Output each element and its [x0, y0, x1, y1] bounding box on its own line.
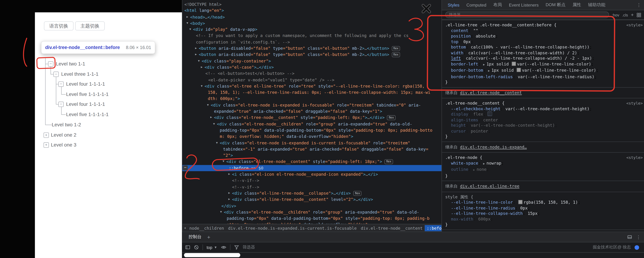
dom-tree-node[interactable]: ▼<div class="el-tree-node__content" styl… — [182, 159, 442, 165]
expand-triangle-icon[interactable]: ▶ — [483, 162, 485, 165]
expand-arrow-icon[interactable]: ▼ — [189, 26, 191, 33]
css-declaration[interactable]: --el-line-tree-collapse-width: 15px; — [445, 211, 641, 216]
expand-triangle-icon[interactable]: ▶ — [483, 63, 485, 66]
tab-dom-[interactable]: DOM 断点 — [546, 2, 566, 8]
console-input[interactable] — [184, 253, 240, 257]
dom-tree-node[interactable]: ▶<div class="el-case">…</div> — [182, 64, 442, 71]
css-declaration[interactable]: outline: ▶none; — [445, 167, 641, 173]
css-declaration[interactable]: left: calc(var(--el-line-tree-collapse-w… — [445, 56, 641, 61]
flex-badge[interactable]: flex — [387, 115, 396, 120]
dom-tree-node[interactable]: ▶<button aria-disabled="false" type="but… — [182, 52, 442, 58]
tab--[interactable]: 布局 — [493, 2, 502, 8]
dom-tree-node[interactable]: ▶<div class="el-line-tree-node__collapse… — [182, 190, 442, 196]
eye-icon[interactable] — [221, 245, 226, 250]
dom-tree-node[interactable]: <html lang="en"> — [182, 8, 442, 14]
css-declaration[interactable]: display: flex; — [445, 111, 641, 117]
expand-arrow-icon[interactable]: ▼ — [213, 121, 215, 127]
dom-tree-node[interactable]: <!-- If you want to apply a custom names… — [182, 33, 442, 39]
new-style-rule-button[interactable]: + — [631, 12, 634, 18]
dom-tree-node[interactable]: ▶<i class="el-icon el-tree-node__expand-… — [182, 171, 442, 178]
dom-tree-node[interactable]: ⋯::before == $0 — [182, 165, 442, 171]
dom-tree-node[interactable]: <!-- <el-button>test</el-button> --> — [182, 70, 442, 77]
tab-console[interactable]: 控制台 — [188, 234, 201, 240]
expand-triangle-icon[interactable]: ▶ — [473, 168, 475, 172]
dom-tree-node[interactable]: <!DOCTYPE html> — [182, 1, 442, 8]
expand-arrow-icon[interactable]: ▼ — [216, 140, 218, 146]
dom-tree-node[interactable]: dth: 600px;"> — [182, 96, 442, 102]
expand-arrow-icon[interactable]: ▼ — [201, 83, 202, 89]
kebab-menu-icon[interactable]: ⋮ — [636, 234, 641, 240]
expand-arrow-icon[interactable]: ▶ — [186, 14, 188, 20]
grid-icon[interactable] — [636, 13, 641, 17]
flex-badge[interactable]: flex — [392, 46, 400, 51]
console-filter-input[interactable]: 筛选器 — [243, 244, 255, 250]
expand-arrow-icon[interactable]: ▶ — [210, 114, 212, 121]
dom-tree-node[interactable]: expanded="true" aria-checked="false" dra… — [182, 108, 442, 115]
kebab-menu-icon[interactable]: ⋮ — [636, 2, 641, 8]
expand-arrow-icon[interactable]: ▶ — [201, 64, 202, 71]
flex-badge[interactable]: flex — [353, 191, 362, 196]
tab-event-listeners[interactable]: Event Listeners — [509, 3, 538, 8]
expand-triangle-icon[interactable]: ▶ — [488, 69, 490, 73]
context-selector[interactable]: top ▼ — [207, 245, 217, 250]
inherited-node-link[interactable]: div.el-tree-node.is-expand… — [460, 145, 527, 149]
css-declaration[interactable]: content: ""; — [445, 28, 641, 33]
expand-arrow-icon[interactable]: ▶ — [195, 52, 197, 58]
dom-tree-node[interactable]: ▶<head>…</head> — [182, 14, 442, 20]
expand-arrow-icon[interactable]: ▶ — [228, 196, 230, 203]
dom-tree-node[interactable]: configuration in `vite.config.ts`. --> — [182, 39, 442, 45]
css-declaration[interactable]: --el-line-tree-line-color: rgba(158, 158… — [445, 200, 641, 205]
tab--[interactable]: 辅助功能 — [588, 2, 605, 8]
dom-tree-node[interactable]: padding-top="0px" data-old-padding-botto… — [182, 215, 442, 221]
dom-tree-node[interactable]: </div> — [182, 203, 442, 209]
inherited-node-link[interactable]: div.el-tree-node__content — [460, 90, 522, 95]
dom-tree-node[interactable]: ▼<div class="el-tree-node is-expanded is… — [182, 140, 442, 146]
css-declaration[interactable]: --el-line-tree-line-radius: 0px; — [445, 205, 641, 211]
dom-tree-node[interactable]: ▶<div class="el-tree-node__content" styl… — [182, 114, 442, 121]
breadcrumb-item[interactable]: div.el-tree-node__content — [359, 225, 424, 231]
expand-arrow-icon[interactable]: ▼ — [198, 58, 200, 64]
color-swatch[interactable] — [517, 68, 521, 72]
dom-tree-node[interactable]: <!--v-if--> — [182, 178, 442, 184]
styles-filter-input[interactable]: 筛选器 — [445, 12, 609, 18]
page-button[interactable]: 语言切换 — [44, 21, 74, 31]
tab-styles[interactable]: Styles — [448, 3, 460, 8]
stylesheet-link[interactable]: <style> — [626, 100, 643, 106]
color-swatch[interactable] — [512, 62, 516, 66]
css-declaration[interactable]: align-items: center; — [445, 117, 641, 123]
expand-arrow-icon[interactable]: ▶ — [195, 45, 197, 52]
dom-tree-node[interactable]: ▼<div id="play" data-v-app> — [182, 26, 442, 33]
css-selector[interactable]: style 属性 { — [445, 194, 641, 199]
css-selector[interactable]: .el-tree-node { — [445, 155, 641, 160]
chevron-left-icon[interactable]: ◀ — [182, 226, 187, 230]
css-declaration[interactable]: border-bottom: ▶1px solid var(--el-line-… — [445, 67, 641, 74]
css-declaration[interactable]: white-space: ▶nowrap; — [445, 160, 641, 167]
stylesheet-link[interactable]: <style> — [626, 22, 643, 28]
dom-tree-node[interactable]: 158, 158, 1); --el-line-tree-line-radius… — [182, 89, 442, 96]
expand-arrow-icon[interactable]: ▼ — [220, 209, 222, 215]
avatar[interactable] — [635, 245, 639, 250]
color-swatch[interactable] — [518, 200, 522, 204]
add-tab-button[interactable]: + — [207, 234, 210, 240]
more-actions-icon[interactable]: ⋯ — [183, 166, 188, 170]
expand-arrow-icon[interactable]: ▼ — [222, 159, 224, 165]
css-declaration[interactable]: cursor: pointer; — [445, 128, 641, 134]
flex-badge[interactable]: flex — [392, 52, 400, 57]
flex-badge[interactable]: flex — [384, 160, 393, 164]
expand-arrow-icon[interactable]: ▼ — [186, 20, 188, 27]
breadcrumb-item[interactable]: ::before — [424, 225, 442, 231]
css-declaration[interactable]: height: var(--el-tree-node-content-heigh… — [445, 123, 641, 128]
dock-icon[interactable] — [627, 234, 632, 239]
dom-tree-node[interactable]: ▼<div class="el-tree el-line-tree" role=… — [182, 83, 442, 89]
css-declaration[interactable]: --el-checkbox-height: var(--el-tree-node… — [445, 106, 641, 111]
inherited-node-link[interactable]: div.el-tree.el-line-tree — [460, 184, 519, 188]
css-declaration[interactable]: width: calc(var(--el-line-tree-collapse-… — [445, 50, 641, 56]
dom-tree-node[interactable]: padding-top="0px" data-old-padding-botto… — [182, 127, 442, 134]
css-selector[interactable]: .el-line-tree .el-tree-node__content:bef… — [445, 22, 641, 28]
toggle-hov-button[interactable]: :hov — [612, 13, 619, 17]
dom-tree-node[interactable]: ▼<div class="play-container"> — [182, 58, 442, 64]
css-declaration[interactable]: bottom: calc(100% - var(--el-line-tree-c… — [445, 44, 641, 50]
dom-tree-node[interactable]: tabindex="-1" aria-expanded="true" aria-… — [182, 146, 442, 152]
page-button[interactable]: 主题切换 — [75, 21, 105, 31]
css-declaration[interactable]: max-width: 600px; — [445, 216, 641, 222]
